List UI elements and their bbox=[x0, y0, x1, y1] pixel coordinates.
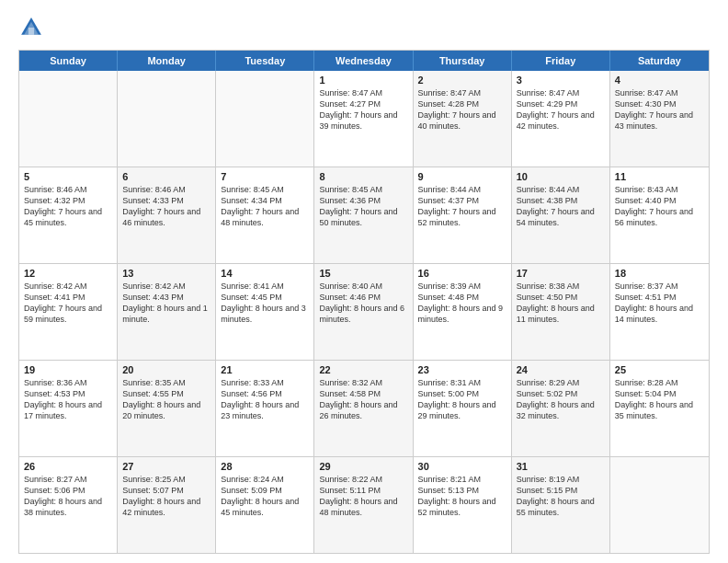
svg-rect-2 bbox=[28, 28, 34, 35]
header-cell-monday: Monday bbox=[118, 51, 216, 71]
sunrise-text: Sunrise: 8:41 AM bbox=[221, 281, 309, 292]
day-cell-6: 6Sunrise: 8:46 AMSunset: 4:33 PMDaylight… bbox=[118, 167, 216, 263]
sunrise-text: Sunrise: 8:39 AM bbox=[418, 281, 506, 292]
sunrise-text: Sunrise: 8:28 AM bbox=[615, 377, 704, 388]
daylight-text: Daylight: 8 hours and 11 minutes. bbox=[517, 303, 605, 325]
sunrise-text: Sunrise: 8:36 AM bbox=[24, 377, 112, 388]
day-cell-10: 10Sunrise: 8:44 AMSunset: 4:38 PMDayligh… bbox=[512, 167, 610, 263]
day-number: 31 bbox=[517, 461, 605, 472]
calendar: SundayMondayTuesdayWednesdayThursdayFrid… bbox=[18, 50, 710, 554]
sunrise-text: Sunrise: 8:32 AM bbox=[319, 377, 407, 388]
sunrise-text: Sunrise: 8:46 AM bbox=[122, 184, 210, 195]
header-cell-friday: Friday bbox=[512, 51, 610, 71]
day-cell-29: 29Sunrise: 8:22 AMSunset: 5:11 PMDayligh… bbox=[314, 457, 413, 553]
sunset-text: Sunset: 4:32 PM bbox=[24, 195, 112, 206]
day-cell-12: 12Sunrise: 8:42 AMSunset: 4:41 PMDayligh… bbox=[19, 264, 118, 360]
day-number: 17 bbox=[517, 268, 605, 279]
sunrise-text: Sunrise: 8:45 AM bbox=[319, 184, 407, 195]
sunset-text: Sunset: 4:50 PM bbox=[517, 292, 605, 303]
sunrise-text: Sunrise: 8:47 AM bbox=[615, 87, 704, 98]
sunset-text: Sunset: 4:43 PM bbox=[122, 292, 210, 303]
sunset-text: Sunset: 5:00 PM bbox=[418, 388, 506, 399]
week-row-4: 19Sunrise: 8:36 AMSunset: 4:53 PMDayligh… bbox=[19, 361, 709, 457]
day-number: 7 bbox=[221, 171, 309, 182]
sunrise-text: Sunrise: 8:46 AM bbox=[24, 184, 112, 195]
sunset-text: Sunset: 4:33 PM bbox=[122, 195, 210, 206]
sunset-text: Sunset: 4:55 PM bbox=[122, 388, 210, 399]
day-number: 10 bbox=[517, 171, 605, 182]
day-cell-16: 16Sunrise: 8:39 AMSunset: 4:48 PMDayligh… bbox=[414, 264, 512, 360]
sunrise-text: Sunrise: 8:29 AM bbox=[517, 377, 605, 388]
day-cell-26: 26Sunrise: 8:27 AMSunset: 5:06 PMDayligh… bbox=[19, 457, 118, 553]
day-cell-31: 31Sunrise: 8:19 AMSunset: 5:15 PMDayligh… bbox=[512, 457, 610, 553]
sunset-text: Sunset: 4:37 PM bbox=[418, 195, 506, 206]
daylight-text: Daylight: 8 hours and 9 minutes. bbox=[418, 303, 506, 325]
day-number: 2 bbox=[418, 75, 506, 86]
sunset-text: Sunset: 5:15 PM bbox=[517, 485, 605, 496]
daylight-text: Daylight: 7 hours and 39 minutes. bbox=[319, 109, 407, 132]
header-cell-thursday: Thursday bbox=[414, 51, 512, 71]
sunrise-text: Sunrise: 8:45 AM bbox=[221, 184, 309, 195]
daylight-text: Daylight: 8 hours and 52 minutes. bbox=[418, 496, 506, 518]
sunrise-text: Sunrise: 8:44 AM bbox=[517, 184, 605, 195]
daylight-text: Daylight: 8 hours and 26 minutes. bbox=[319, 399, 407, 421]
daylight-text: Daylight: 8 hours and 6 minutes. bbox=[319, 303, 407, 325]
sunset-text: Sunset: 4:27 PM bbox=[319, 98, 407, 109]
sunset-text: Sunset: 4:40 PM bbox=[615, 195, 704, 206]
day-cell-23: 23Sunrise: 8:31 AMSunset: 5:00 PMDayligh… bbox=[414, 361, 512, 456]
sunrise-text: Sunrise: 8:33 AM bbox=[221, 377, 309, 388]
sunset-text: Sunset: 4:48 PM bbox=[418, 292, 506, 303]
day-number: 26 bbox=[24, 461, 112, 472]
day-cell-13: 13Sunrise: 8:42 AMSunset: 4:43 PMDayligh… bbox=[118, 264, 216, 360]
sunset-text: Sunset: 5:13 PM bbox=[418, 485, 506, 496]
sunrise-text: Sunrise: 8:47 AM bbox=[517, 87, 605, 98]
sunset-text: Sunset: 5:07 PM bbox=[122, 485, 210, 496]
week-row-5: 26Sunrise: 8:27 AMSunset: 5:06 PMDayligh… bbox=[19, 457, 709, 553]
sunrise-text: Sunrise: 8:38 AM bbox=[517, 281, 605, 292]
day-cell-25: 25Sunrise: 8:28 AMSunset: 5:04 PMDayligh… bbox=[610, 361, 709, 456]
day-number: 16 bbox=[418, 268, 506, 279]
day-number: 21 bbox=[221, 364, 309, 375]
daylight-text: Daylight: 8 hours and 14 minutes. bbox=[615, 303, 704, 325]
calendar-header-row: SundayMondayTuesdayWednesdayThursdayFrid… bbox=[19, 51, 709, 71]
sunset-text: Sunset: 5:04 PM bbox=[615, 388, 704, 399]
daylight-text: Daylight: 8 hours and 17 minutes. bbox=[24, 399, 112, 421]
day-cell-7: 7Sunrise: 8:45 AMSunset: 4:34 PMDaylight… bbox=[216, 167, 314, 263]
sunset-text: Sunset: 4:58 PM bbox=[319, 388, 407, 399]
day-cell-19: 19Sunrise: 8:36 AMSunset: 4:53 PMDayligh… bbox=[19, 361, 118, 456]
day-cell-8: 8Sunrise: 8:45 AMSunset: 4:36 PMDaylight… bbox=[314, 167, 413, 263]
sunrise-text: Sunrise: 8:31 AM bbox=[418, 377, 506, 388]
daylight-text: Daylight: 8 hours and 32 minutes. bbox=[517, 399, 605, 421]
week-row-1: 1Sunrise: 8:47 AMSunset: 4:27 PMDaylight… bbox=[19, 71, 709, 167]
sunrise-text: Sunrise: 8:19 AM bbox=[517, 474, 605, 485]
day-number: 25 bbox=[615, 364, 704, 375]
logo-icon bbox=[18, 15, 44, 40]
day-cell-2: 2Sunrise: 8:47 AMSunset: 4:28 PMDaylight… bbox=[414, 71, 512, 167]
logo bbox=[18, 15, 48, 40]
day-cell-28: 28Sunrise: 8:24 AMSunset: 5:09 PMDayligh… bbox=[216, 457, 314, 553]
day-number: 6 bbox=[122, 171, 210, 182]
daylight-text: Daylight: 8 hours and 42 minutes. bbox=[122, 496, 210, 518]
day-number: 27 bbox=[122, 461, 210, 472]
day-cell-9: 9Sunrise: 8:44 AMSunset: 4:37 PMDaylight… bbox=[414, 167, 512, 263]
sunset-text: Sunset: 4:46 PM bbox=[319, 292, 407, 303]
daylight-text: Daylight: 7 hours and 45 minutes. bbox=[24, 206, 112, 228]
day-cell-20: 20Sunrise: 8:35 AMSunset: 4:55 PMDayligh… bbox=[118, 361, 216, 456]
daylight-text: Daylight: 8 hours and 23 minutes. bbox=[221, 399, 309, 421]
sunrise-text: Sunrise: 8:43 AM bbox=[615, 184, 704, 195]
day-number: 15 bbox=[319, 268, 407, 279]
daylight-text: Daylight: 8 hours and 55 minutes. bbox=[517, 496, 605, 518]
day-number: 12 bbox=[24, 268, 112, 279]
sunrise-text: Sunrise: 8:35 AM bbox=[122, 377, 210, 388]
header-cell-saturday: Saturday bbox=[610, 51, 709, 71]
day-number: 19 bbox=[24, 364, 112, 375]
sunset-text: Sunset: 5:09 PM bbox=[221, 485, 309, 496]
daylight-text: Daylight: 8 hours and 35 minutes. bbox=[615, 399, 704, 421]
daylight-text: Daylight: 7 hours and 56 minutes. bbox=[615, 206, 704, 228]
sunrise-text: Sunrise: 8:42 AM bbox=[122, 281, 210, 292]
day-number: 14 bbox=[221, 268, 309, 279]
daylight-text: Daylight: 8 hours and 1 minute. bbox=[122, 303, 210, 325]
header bbox=[18, 15, 710, 40]
day-number: 24 bbox=[517, 364, 605, 375]
sunrise-text: Sunrise: 8:47 AM bbox=[319, 87, 407, 98]
